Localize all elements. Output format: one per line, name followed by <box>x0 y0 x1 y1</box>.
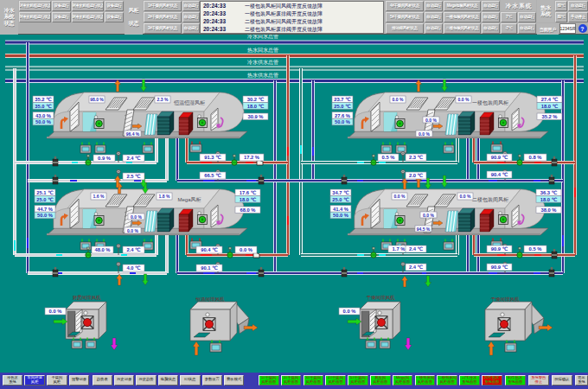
svg-text:0.0 %: 0.0 % <box>127 228 138 233</box>
svg-text:98.0 %: 98.0 % <box>90 97 104 102</box>
svg-text:66.5 ℃: 66.5 ℃ <box>204 173 221 178</box>
svg-text:38.0 %: 38.0 % <box>540 207 556 213</box>
svg-text:48.0 %: 48.0 % <box>94 247 110 252</box>
svg-text:17.6 ℃: 17.6 ℃ <box>240 190 257 195</box>
svg-text:96.4 %: 96.4 % <box>126 131 140 137</box>
svg-text:18.0 ℃: 18.0 ℃ <box>541 104 559 109</box>
svg-text:23.7 ℃: 23.7 ℃ <box>334 97 351 102</box>
svg-text:90.4 ℃: 90.4 ℃ <box>491 172 508 177</box>
svg-text:0.0 %: 0.0 % <box>458 97 470 102</box>
svg-text:0.0 %: 0.0 % <box>343 309 356 314</box>
svg-text:干燥间排风机: 干燥间排风机 <box>367 295 396 301</box>
svg-text:27.6 %: 27.6 % <box>335 113 350 118</box>
svg-text:18.0 ℃: 18.0 ℃ <box>240 197 257 202</box>
svg-text:25.0 ℃: 25.0 ℃ <box>334 104 351 109</box>
svg-text:35.0 ℃: 35.0 ℃ <box>35 104 52 109</box>
svg-text:90.1 ℃: 90.1 ℃ <box>201 265 218 271</box>
svg-text:4.0 ℃: 4.0 ℃ <box>126 265 141 271</box>
svg-text:27.4 ℃: 27.4 ℃ <box>541 97 559 102</box>
svg-text:2.4 ℃: 2.4 ℃ <box>409 246 424 252</box>
svg-text:恒温恒湿风柜: 恒温恒湿风柜 <box>173 99 205 105</box>
svg-text:34.7 ℃: 34.7 ℃ <box>332 190 349 195</box>
svg-text:91.3 ℃: 91.3 ℃ <box>204 155 221 160</box>
svg-text:热水回水总管: 热水回水总管 <box>247 47 278 54</box>
svg-text:0.5 %: 0.5 % <box>382 155 395 160</box>
svg-text:41.4 %: 41.4 % <box>333 207 348 212</box>
svg-text:1.6 %: 1.6 % <box>93 194 105 199</box>
svg-text:18.0 ℃: 18.0 ℃ <box>540 197 558 202</box>
svg-text:43.0 %: 43.0 % <box>35 113 51 118</box>
svg-text:2.4 ℃: 2.4 ℃ <box>126 156 141 161</box>
svg-text:17.2 %: 17.2 % <box>244 155 259 160</box>
svg-text:25.0 ℃: 25.0 ℃ <box>332 197 349 202</box>
svg-text:0.0 %: 0.0 % <box>460 194 471 199</box>
svg-text:1.7 %: 1.7 % <box>393 246 406 252</box>
svg-text:50.0 %: 50.0 % <box>335 119 350 124</box>
svg-text:0.0 %: 0.0 % <box>419 131 430 137</box>
svg-text:二楼包装间风柜: 二楼包装间风柜 <box>472 197 508 203</box>
svg-text:2.3 %: 2.3 % <box>157 97 169 102</box>
svg-text:50.0 %: 50.0 % <box>333 213 348 218</box>
svg-text:25.1 ℃: 25.1 ℃ <box>36 190 54 195</box>
svg-text:2.5 ℃: 2.5 ℃ <box>126 174 141 179</box>
svg-text:0.0 %: 0.0 % <box>423 213 434 218</box>
svg-text:50.0 %: 50.0 % <box>37 213 53 218</box>
svg-text:25.0 ℃: 25.0 ℃ <box>36 197 54 202</box>
svg-text:30.9 %: 30.9 % <box>247 114 263 119</box>
svg-text:冷水供水总管: 冷水供水总管 <box>247 59 278 66</box>
svg-text:2.4 ℃: 2.4 ℃ <box>126 247 141 252</box>
svg-text:0.0 %: 0.0 % <box>425 118 437 123</box>
svg-text:0.0 %: 0.0 % <box>393 97 404 102</box>
svg-text:35.2 ℃: 35.2 ℃ <box>35 97 52 102</box>
svg-text:Mega风柜: Mega风柜 <box>177 197 201 202</box>
svg-text:0.8 %: 0.8 % <box>529 155 542 160</box>
svg-text:0.9 %: 0.9 % <box>98 156 111 161</box>
svg-text:0.5 %: 0.5 % <box>529 246 542 252</box>
svg-text:44.7 %: 44.7 % <box>37 207 53 212</box>
svg-text:2.0 ℃: 2.0 ℃ <box>409 173 424 178</box>
svg-text:18.0 ℃: 18.0 ℃ <box>247 104 265 109</box>
svg-text:2.3 ℃: 2.3 ℃ <box>409 155 424 160</box>
svg-text:36.3 ℃: 36.3 ℃ <box>540 190 558 195</box>
svg-text:一楼包装间风柜: 一楼包装间风柜 <box>472 100 508 106</box>
svg-text:0.0 %: 0.0 % <box>394 194 406 199</box>
svg-text:94.5 %: 94.5 % <box>417 226 431 232</box>
svg-text:90.9 ℃: 90.9 ℃ <box>491 155 508 160</box>
svg-text:90.9 ℃: 90.9 ℃ <box>491 246 508 252</box>
svg-text:68.0 %: 68.0 % <box>240 207 255 213</box>
svg-text:热水供水总管: 热水供水总管 <box>247 72 278 79</box>
svg-text:35.2 %: 35.2 % <box>541 114 557 119</box>
svg-text:0.0 %: 0.0 % <box>240 247 252 252</box>
svg-text:0.0 %: 0.0 % <box>131 214 142 220</box>
svg-text:30.2 ℃: 30.2 ℃ <box>247 97 265 102</box>
svg-text:90.9 ℃: 90.9 ℃ <box>491 265 508 270</box>
svg-text:50.0 %: 50.0 % <box>35 119 51 124</box>
svg-text:90.4 ℃: 90.4 ℃ <box>201 247 218 252</box>
svg-text:2.4 ℃: 2.4 ℃ <box>409 265 424 270</box>
svg-text:厨房间排风机: 厨房间排风机 <box>73 295 102 301</box>
svg-text:0.0 %: 0.0 % <box>49 309 62 314</box>
svg-text:1.8 %: 1.8 % <box>159 194 170 199</box>
